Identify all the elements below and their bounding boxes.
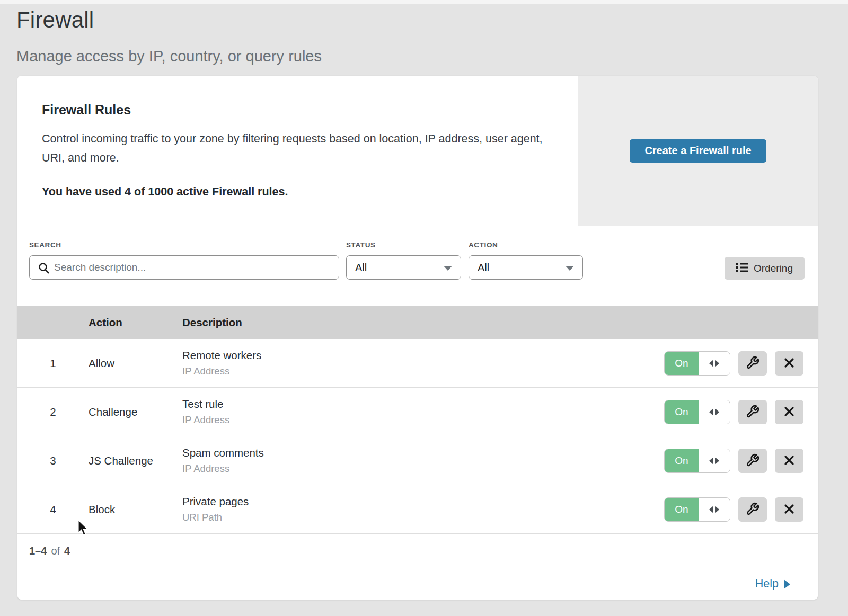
rule-enabled-toggle[interactable]: On [664,449,730,473]
edit-rule-button[interactable] [738,497,767,522]
help-link[interactable]: Help [755,577,790,591]
pagination-total: 4 [64,545,70,557]
delete-rule-button[interactable] [775,351,803,376]
rule-enabled-toggle[interactable]: On [664,400,730,424]
usage-summary: You have used 4 of 1000 active Firewall … [42,185,546,199]
toggle-handle-icon[interactable] [699,498,730,521]
pagination-range: 1–4 [29,545,47,557]
close-icon [783,454,795,468]
toggle-handle-icon[interactable] [699,449,730,472]
status-select[interactable]: All [346,255,461,280]
close-icon [783,503,795,516]
firewall-rules-card: Firewall Rules Control incoming traffic … [17,76,818,600]
window-edge [0,0,848,4]
table-row: 1 Allow Remote workers IP Address On [17,339,818,388]
create-firewall-rule-button[interactable]: Create a Firewall rule [630,139,766,163]
wrench-icon [746,405,759,420]
rule-action: Allow [89,357,182,370]
search-label: SEARCH [29,241,339,249]
card-footer: Help [17,568,818,600]
edit-rule-button[interactable] [738,400,767,424]
delete-rule-button[interactable] [775,449,803,473]
chevron-down-icon [444,266,452,271]
triangle-right-icon [784,579,790,589]
panel-action-area: Create a Firewall rule [578,76,818,226]
filter-bar: SEARCH STATUS All ACTION All [17,226,818,306]
rule-priority: 1 [17,357,89,370]
rule-priority: 2 [17,406,89,418]
close-icon [783,357,795,370]
rule-action: Challenge [89,406,182,418]
panel-heading: Firewall Rules [42,102,546,118]
ordering-button-label: Ordering [754,263,793,274]
chevron-down-icon [566,266,574,271]
wrench-icon [746,502,759,517]
rule-enabled-toggle[interactable]: On [664,351,730,376]
wrench-icon [746,356,759,371]
search-input[interactable] [30,256,339,279]
action-selected-value: All [478,262,489,274]
ordering-button[interactable]: Ordering [725,257,805,280]
close-icon [783,406,795,419]
delete-rule-button[interactable] [775,497,803,522]
column-header-action: Action [89,316,182,329]
toggle-handle-icon[interactable] [699,352,730,375]
edit-rule-button[interactable] [738,351,767,376]
toggle-on-label: On [665,498,699,521]
search-box[interactable] [29,255,339,280]
action-label: ACTION [469,241,583,249]
pagination-of: of [51,545,60,557]
delete-rule-button[interactable] [775,400,803,424]
edit-rule-button[interactable] [738,449,767,473]
help-link-label: Help [755,577,779,591]
action-select[interactable]: All [469,255,583,280]
panel-description-area: Firewall Rules Control incoming traffic … [17,76,578,226]
table-row: 2 Challenge Test rule IP Address On [17,388,818,436]
rule-enabled-toggle[interactable]: On [664,497,730,522]
rule-priority: 3 [17,454,89,467]
rule-action: Block [89,503,182,516]
rule-priority: 4 [17,503,89,516]
table-row: 4 Block Private pages URI Path On [17,485,818,534]
toggle-on-label: On [665,449,699,472]
table-header: Action Description [17,306,818,339]
wrench-icon [746,453,759,469]
ordered-list-icon [736,262,748,275]
firewall-rules-panel: Firewall Rules Control incoming traffic … [17,76,818,226]
toggle-handle-icon[interactable] [699,400,730,424]
table-row: 3 JS Challenge Spam comments IP Address … [17,436,818,485]
status-selected-value: All [355,262,367,274]
toggle-on-label: On [665,400,699,424]
column-header-description: Description [182,316,242,329]
status-label: STATUS [346,241,461,249]
panel-description: Control incoming traffic to your zone by… [42,129,545,167]
page-header: Firewall Manage access by IP, country, o… [0,0,848,65]
page-subtitle: Manage access by IP, country, or query r… [16,48,848,65]
search-icon [38,262,50,276]
toggle-on-label: On [665,352,699,375]
page-title: Firewall [16,7,848,33]
rule-action: JS Challenge [89,454,182,467]
pagination: 1–4 of 4 [17,534,818,568]
